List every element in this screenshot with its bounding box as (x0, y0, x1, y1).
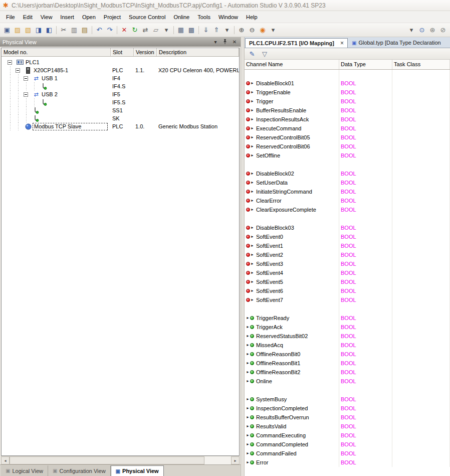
view-tab-physical-view[interactable]: ▣Physical View (111, 465, 164, 476)
toolbar-dropdown-caret[interactable]: ▾ (406, 25, 416, 35)
io-taskclass-cell[interactable] (392, 332, 450, 341)
tree-row[interactable]: SS1 (2, 106, 239, 114)
io-row[interactable]: ►ReservedControlBit06BOOL (245, 142, 450, 151)
collapse-minus-icon[interactable] (8, 60, 12, 65)
io-row[interactable]: ►ErrorBOOL (245, 458, 450, 467)
io-taskclass-cell[interactable] (392, 196, 450, 205)
edit-channel-icon[interactable]: ✎ (247, 49, 257, 59)
io-taskclass-cell[interactable] (392, 241, 450, 250)
io-row[interactable]: ►OfflineReasonBit0BOOL (245, 350, 450, 359)
download-icon[interactable]: ⇓ (201, 25, 211, 35)
io-taskclass-cell[interactable] (392, 142, 450, 151)
menu-insert[interactable]: Insert (56, 12, 78, 22)
io-taskclass-cell[interactable] (392, 97, 450, 106)
tree-row[interactable]: IF5.S (2, 98, 239, 106)
io-row[interactable]: ►SetOfflineBOOL (245, 151, 450, 160)
delete-icon[interactable]: ✕ (119, 25, 129, 35)
io-taskclass-cell[interactable] (392, 341, 450, 350)
io-taskclass-cell[interactable] (392, 449, 450, 458)
column-header-task-class[interactable]: Task Class (392, 60, 450, 69)
io-taskclass-cell[interactable] (392, 277, 450, 286)
column-header-channel-name[interactable]: Channel Name (245, 60, 339, 69)
disconnect-icon[interactable]: ⊘ (438, 25, 448, 35)
zoom-in-icon[interactable]: ⊕ (237, 25, 247, 35)
filter-channels-icon[interactable]: ▽ (260, 49, 270, 59)
scrollbar-track[interactable] (10, 456, 231, 464)
io-taskclass-cell[interactable] (392, 115, 450, 124)
panel-menu-caret-icon[interactable]: ▾ (212, 39, 219, 46)
io-row[interactable]: ►ClearExposureCompleteBOOL (245, 205, 450, 214)
cut-icon[interactable]: ✂ (59, 25, 69, 35)
monitor-mode-icon[interactable]: ⊙ (417, 25, 427, 35)
io-taskclass-cell[interactable] (392, 79, 450, 88)
io-row[interactable]: ►SoftEvent7BOOL (245, 295, 450, 304)
io-row[interactable]: ►ClearErrorBOOL (245, 196, 450, 205)
menu-edit[interactable]: Edit (19, 12, 37, 22)
io-row[interactable]: ►ResultsBufferOverrunBOOL (245, 413, 450, 422)
transfer-overflow-caret[interactable]: ▾ (222, 25, 232, 35)
io-taskclass-cell[interactable] (392, 359, 450, 368)
io-taskclass-cell[interactable] (392, 313, 450, 323)
io-row[interactable]: ►CommandCompletedBOOL (245, 440, 450, 449)
io-row[interactable]: ►OfflineReasonBit1BOOL (245, 359, 450, 368)
io-taskclass-cell[interactable] (392, 323, 450, 332)
undo-icon[interactable]: ↶ (94, 25, 104, 35)
io-taskclass-cell[interactable] (392, 377, 450, 386)
io-taskclass-cell[interactable] (392, 431, 450, 440)
io-row[interactable]: ►DisableBlock01BOOL (245, 79, 450, 88)
collapse-minus-icon[interactable] (24, 76, 28, 81)
io-taskclass-cell[interactable] (392, 205, 450, 214)
upload-icon[interactable]: ⇑ (211, 25, 221, 35)
io-taskclass-cell[interactable] (392, 169, 450, 178)
copy-icon[interactable]: ▥ (69, 25, 79, 35)
column-header-description[interactable]: Description (157, 48, 239, 57)
io-row[interactable]: ►ResultsValidBOOL (245, 422, 450, 431)
io-row[interactable]: ►ReservedStatusBit02BOOL (245, 332, 450, 341)
io-taskclass-cell[interactable] (392, 440, 450, 449)
column-header-data-type[interactable]: Data Type (339, 60, 392, 69)
io-row[interactable]: ►SoftEvent6BOOL (245, 286, 450, 295)
connect-icon[interactable]: ⊛ (427, 25, 437, 35)
menu-project[interactable]: Project (100, 12, 125, 22)
menu-open[interactable]: Open (78, 12, 100, 22)
open-project-icon[interactable]: ▨ (13, 25, 23, 35)
tree-row[interactable]: SK (2, 114, 239, 122)
io-row[interactable]: ►SoftEvent1BOOL (245, 241, 450, 250)
io-taskclass-cell[interactable] (392, 404, 450, 413)
tree-row[interactable]: X20CP1485-1PLC1.1.X20 CPU Celeron 400, P… (2, 66, 239, 74)
io-row[interactable]: ►SoftEvent0BOOL (245, 232, 450, 241)
io-row[interactable]: ►SoftEvent3BOOL (245, 259, 450, 268)
menu-source-control[interactable]: Source Control (125, 12, 169, 22)
io-taskclass-cell[interactable] (392, 151, 450, 160)
io-taskclass-cell[interactable] (392, 124, 450, 133)
io-row[interactable]: ►CommandExecutingBOOL (245, 431, 450, 440)
tree-row[interactable]: ⇄USB 2IF5 (2, 90, 239, 98)
io-taskclass-cell[interactable] (392, 250, 450, 259)
io-row[interactable]: ►SetUserDataBOOL (245, 178, 450, 187)
tree-row[interactable]: IF4.S (2, 82, 239, 90)
power-online-icon[interactable]: ◉ (258, 25, 268, 35)
io-row[interactable]: ►BufferResultsEnableBOOL (245, 106, 450, 115)
io-row[interactable]: ►DisableBlock03BOOL (245, 223, 450, 232)
edit-mode-icon[interactable]: ▱ (151, 25, 161, 35)
panel-pin-icon[interactable] (221, 39, 229, 46)
io-row[interactable]: ►ReservedControlBit05BOOL (245, 133, 450, 142)
watch-window-icon[interactable]: ▦ (176, 25, 186, 35)
trace-window-icon[interactable]: ▩ (186, 25, 196, 35)
io-row[interactable]: ►TriggerReadyBOOL (245, 313, 450, 323)
scroll-left-button[interactable]: ◂ (1, 456, 10, 464)
column-header-version[interactable]: Version (134, 48, 157, 57)
redo-icon[interactable]: ↷ (105, 25, 115, 35)
io-row[interactable]: ►MissedAcqBOOL (245, 341, 450, 350)
menu-online[interactable]: Online (169, 12, 193, 22)
new-project-icon[interactable]: ▣ (2, 25, 12, 35)
io-row[interactable]: ►OfflineReasonBit2BOOL (245, 368, 450, 377)
menu-help[interactable]: Help (242, 12, 262, 22)
io-taskclass-cell[interactable] (392, 187, 450, 196)
tree-expander[interactable] (24, 74, 32, 82)
online-overflow-caret[interactable]: ▾ (268, 25, 278, 35)
io-taskclass-cell[interactable] (392, 368, 450, 377)
io-row[interactable]: ►DisableBlock02BOOL (245, 169, 450, 178)
io-row[interactable]: ►TriggerBOOL (245, 97, 450, 106)
io-row[interactable]: ►SoftEvent4BOOL (245, 268, 450, 277)
